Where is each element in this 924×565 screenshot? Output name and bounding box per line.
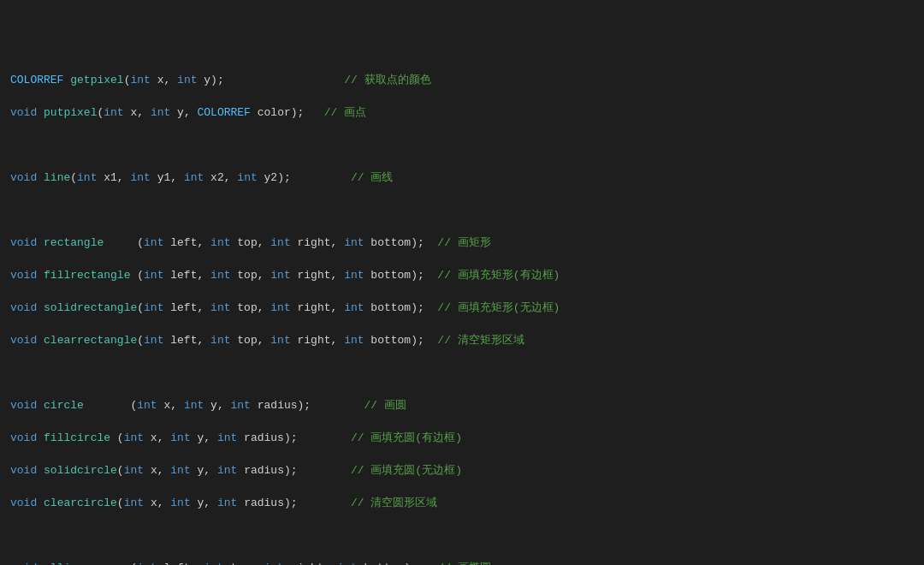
code-empty-2 xyxy=(10,202,914,218)
code-line-11: void clearcircle(int x, int y, int radiu… xyxy=(10,495,914,511)
code-line-12: void ellipse (int left, int top, int rig… xyxy=(10,560,914,565)
code-line-8: void circle (int x, int y, int radius); … xyxy=(10,397,914,413)
code-empty-4 xyxy=(10,527,914,544)
code-line-7: void clearrectangle(int left, int top, i… xyxy=(10,332,914,348)
code-empty-3 xyxy=(10,365,914,381)
code-line-6: void solidrectangle(int left, int top, i… xyxy=(10,300,914,316)
code-line-10: void solidcircle(int x, int y, int radiu… xyxy=(10,462,914,479)
code-empty-1 xyxy=(10,137,914,153)
code-container: { "title": "Graphics API Code Reference"… xyxy=(10,7,914,565)
code-line-1: COLORREF getpixel(int x, int y); // 获取点的… xyxy=(10,72,914,88)
code-line-4: void rectangle (int left, int top, int r… xyxy=(10,235,914,251)
code-line-3: void line(int x1, int y1, int x2, int y2… xyxy=(10,170,914,186)
code-line-2: void putpixel(int x, int y, COLORREF col… xyxy=(10,104,914,121)
code-line-9: void fillcircle (int x, int y, int radiu… xyxy=(10,430,914,446)
code-line-5: void fillrectangle (int left, int top, i… xyxy=(10,267,914,283)
